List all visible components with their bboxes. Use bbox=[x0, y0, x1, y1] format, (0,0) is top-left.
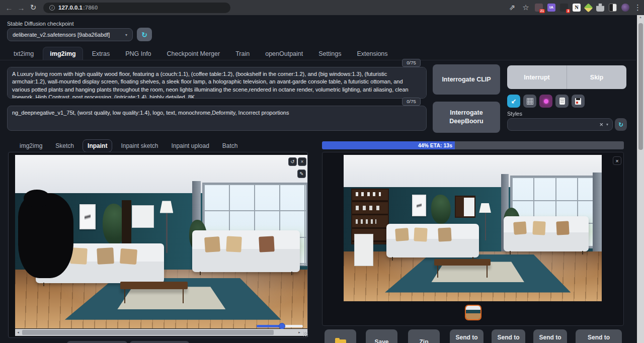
zip-label: Zip bbox=[408, 338, 440, 343]
interrupt-button[interactable]: Interrupt bbox=[507, 65, 567, 89]
save-label: Save bbox=[366, 338, 397, 343]
clipped-copy-button[interactable] bbox=[67, 341, 127, 343]
inpaint-canvas-panel: ↺ × ✎ ◂ ▸ bbox=[8, 152, 308, 338]
extension-icon-stats[interactable]: 21 bbox=[535, 4, 543, 12]
page-scrollbar[interactable]: ▴ bbox=[637, 15, 644, 343]
styles-label: Styles bbox=[507, 111, 522, 117]
tab-extras[interactable]: Extras bbox=[86, 47, 116, 60]
extension-icon-diamond[interactable] bbox=[584, 3, 593, 12]
chevron-down-icon: ▾ bbox=[125, 33, 127, 37]
scene-sofa-left bbox=[386, 224, 479, 258]
open-folder-button[interactable] bbox=[325, 329, 356, 343]
scene-wall-shelf bbox=[455, 196, 475, 218]
send-to-inpaint-button[interactable]: Send to bbox=[533, 329, 567, 343]
tab-train[interactable]: Train bbox=[229, 47, 256, 60]
prompt-token-counter: 0/75 bbox=[402, 59, 421, 67]
styles-dropdown[interactable]: × ▾ bbox=[507, 118, 613, 131]
send-to-label: Send to bbox=[533, 334, 567, 341]
clear-styles-icon[interactable]: × bbox=[599, 121, 603, 128]
inpaint-mask-blob bbox=[18, 193, 73, 278]
gallery-thumbnail-selected[interactable] bbox=[465, 305, 481, 320]
progress-fill: 44% ETA: 13s bbox=[322, 141, 455, 149]
tab-settings[interactable]: Settings bbox=[312, 47, 348, 60]
brush-size-slider[interactable] bbox=[257, 325, 303, 327]
browser-back-button[interactable]: ← bbox=[3, 4, 15, 12]
tab-checkpoint-merger[interactable]: Checkpoint Merger bbox=[160, 47, 227, 60]
subtab-sketch[interactable]: Sketch bbox=[51, 140, 78, 152]
negative-prompt-input[interactable]: ng_deepnegative_v1_75t, (worst quality, … bbox=[7, 106, 427, 131]
scene-shelf-column bbox=[122, 200, 131, 247]
styles-refresh-button[interactable]: ↻ bbox=[615, 118, 627, 131]
output-gallery-panel: × bbox=[322, 152, 624, 326]
profile-avatar[interactable] bbox=[621, 4, 629, 12]
inpaint-mask-blob bbox=[24, 190, 50, 207]
progress-label: 44% ETA: 13s bbox=[418, 142, 455, 148]
clear-prompt-button[interactable] bbox=[523, 95, 536, 108]
interrogate-deepbooru-button[interactable]: Interrogate DeepBooru bbox=[433, 102, 500, 133]
extension-icon-notion[interactable]: N bbox=[573, 4, 581, 12]
clipboard-icon bbox=[559, 98, 565, 105]
url-port: :7860 bbox=[83, 5, 98, 11]
page-scrollbar-thumb[interactable] bbox=[638, 23, 643, 150]
save-button[interactable]: Save bbox=[366, 329, 397, 343]
interrogate-clip-button[interactable]: Interrogate CLIP bbox=[433, 64, 500, 95]
address-bar[interactable]: i 127.0.0.1 :7860 bbox=[43, 3, 230, 13]
resize-grip-icon[interactable] bbox=[303, 332, 308, 336]
zip-button[interactable]: Zip bbox=[408, 329, 440, 343]
save-floppy-icon bbox=[575, 98, 581, 105]
tab-openoutpaint[interactable]: openOutpaint bbox=[259, 47, 309, 60]
scroll-left-icon[interactable]: ◂ bbox=[15, 330, 21, 334]
folder-icon bbox=[335, 339, 346, 343]
browser-menu-icon[interactable]: ⋮ bbox=[634, 3, 640, 12]
subtab-img2img[interactable]: img2img bbox=[15, 140, 47, 152]
site-info-icon[interactable]: i bbox=[49, 5, 55, 11]
scroll-up-icon[interactable]: ▴ bbox=[637, 15, 644, 19]
extension-icon-darkreader[interactable] bbox=[609, 4, 617, 12]
extension-badge: 3 bbox=[566, 9, 570, 13]
browser-toolbar: ← → ↻ i 127.0.0.1 :7860 ⇗ ☆ 21 IA 3 N ⋮ bbox=[0, 0, 644, 15]
send-to-img2img-button[interactable]: Send to bbox=[450, 329, 484, 343]
canvas-undo-button[interactable]: ↺ bbox=[288, 157, 297, 166]
apply-styles-button[interactable] bbox=[555, 95, 569, 108]
send-to-sketch-button[interactable]: Send to bbox=[492, 329, 525, 343]
extension-badge: 21 bbox=[539, 9, 545, 13]
scene-sofa-right bbox=[504, 216, 589, 251]
bookmark-star-icon[interactable]: ☆ bbox=[521, 3, 530, 12]
refresh-icon: ↻ bbox=[141, 31, 147, 39]
subtab-batch[interactable]: Batch bbox=[218, 140, 243, 152]
scroll-right-icon[interactable]: ▸ bbox=[296, 330, 302, 334]
extension-icon-ia[interactable]: IA bbox=[547, 4, 555, 12]
checkpoint-value: deliberate_v2.safetensors [9aba26abdf] bbox=[13, 32, 125, 38]
share-icon[interactable]: ⇗ bbox=[508, 3, 517, 12]
save-style-button[interactable] bbox=[572, 95, 585, 108]
inpaint-canvas[interactable] bbox=[15, 155, 307, 328]
canvas-clear-button[interactable]: × bbox=[298, 157, 306, 166]
canvas-horizontal-scrollbar[interactable]: ◂ ▸ bbox=[15, 329, 307, 336]
gallery-close-button[interactable]: × bbox=[613, 156, 621, 165]
extensions-puzzle-icon[interactable] bbox=[596, 4, 604, 12]
divider bbox=[0, 60, 636, 60]
scrollbar-thumb[interactable] bbox=[22, 330, 274, 335]
skip-button[interactable]: Skip bbox=[567, 65, 626, 89]
subtab-inpaint-upload[interactable]: Inpaint upload bbox=[167, 140, 213, 152]
clipped-copy-button[interactable] bbox=[130, 341, 189, 343]
subtab-inpaint[interactable]: Inpaint bbox=[83, 139, 112, 152]
output-image[interactable] bbox=[344, 155, 602, 301]
checkpoint-dropdown[interactable]: deliberate_v2.safetensors [9aba26abdf] ▾ bbox=[7, 28, 133, 41]
negative-token-counter: 0/75 bbox=[402, 98, 421, 106]
prompt-input[interactable]: A Luxury living room with high quality w… bbox=[7, 67, 427, 99]
subtab-inpaint-sketch[interactable]: Inpaint sketch bbox=[116, 140, 163, 152]
tab-txt2img[interactable]: txt2img bbox=[7, 47, 40, 60]
checkpoint-refresh-button[interactable]: ↻ bbox=[137, 28, 152, 41]
browser-forward-button[interactable]: → bbox=[15, 4, 27, 12]
send-to-label: Send to bbox=[450, 334, 484, 341]
extra-networks-button[interactable] bbox=[539, 95, 552, 108]
canvas-brush-button[interactable]: ✎ bbox=[297, 169, 306, 178]
browser-reload-button[interactable]: ↻ bbox=[27, 3, 39, 12]
extension-icon-dark[interactable]: 3 bbox=[560, 4, 568, 12]
tab-extensions[interactable]: Extensions bbox=[350, 47, 394, 60]
send-to-extras-button[interactable]: Send to bbox=[576, 329, 622, 343]
tab-png-info[interactable]: PNG Info bbox=[119, 47, 157, 60]
paste-params-button[interactable]: ↙ bbox=[507, 95, 520, 108]
tab-img2img[interactable]: img2img bbox=[43, 47, 83, 60]
